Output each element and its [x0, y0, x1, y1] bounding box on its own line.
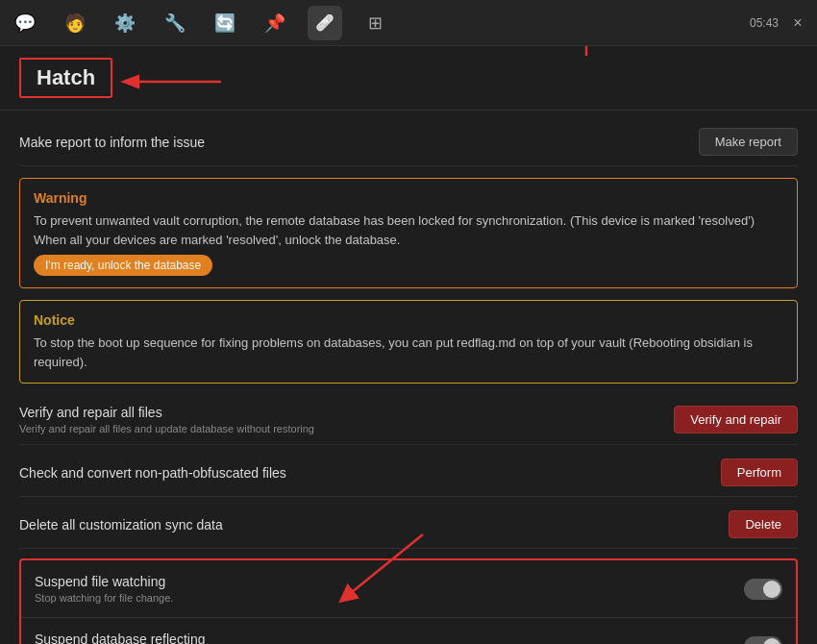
- make-report-button[interactable]: Make report: [699, 128, 798, 156]
- svg-line-2: [346, 534, 423, 597]
- tab-icons: 💬 🧑 ⚙️ 🔧 🔄 📌 🩹 ⊞: [8, 6, 750, 40]
- hatch-header: Hatch: [0, 46, 817, 111]
- arrow-to-suspend: [308, 530, 442, 607]
- suspend-watching-title: Suspend file watching: [35, 574, 173, 589]
- check-title: Check and convert non-path-obfuscated fi…: [19, 465, 286, 481]
- chat-icon[interactable]: 💬: [8, 6, 42, 40]
- top-bar: 💬 🧑 ⚙️ 🔧 🔄 📌 🩹 ⊞ 05:43 ×: [0, 0, 817, 46]
- sync-icon[interactable]: 🔄: [208, 6, 242, 40]
- hatch-title: Hatch: [19, 58, 112, 98]
- notice-box: Notice To stop the boot up sequence for …: [19, 300, 798, 384]
- suspend-reflecting-labels: Suspend database reflecting Stop reflect…: [35, 632, 266, 644]
- delete-button[interactable]: Delete: [729, 510, 798, 538]
- make-report-label: Make report to inform the issue: [19, 135, 205, 150]
- verify-button[interactable]: Verify and repair: [674, 406, 798, 433]
- check-row: Check and convert non-path-obfuscated fi…: [19, 445, 798, 497]
- verify-title: Verify and repair all files: [19, 405, 314, 420]
- warning-text: To prevent unwanted vault corruption, th…: [34, 211, 783, 276]
- user-icon[interactable]: 🧑: [58, 6, 92, 40]
- toggle-knob-reflecting: [763, 638, 780, 645]
- verify-sub: Verify and repair all files and update d…: [19, 423, 314, 434]
- notice-text: To stop the boot up sequence for fixing …: [34, 334, 783, 371]
- suspend-section: Suspend file watching Stop watching for …: [19, 558, 798, 644]
- panel-inner: Hatch: [0, 46, 817, 644]
- suspend-watching-toggle[interactable]: [744, 579, 782, 600]
- warning-box: Warning To prevent unwanted vault corrup…: [19, 178, 798, 288]
- time-display: 05:43: [750, 16, 779, 30]
- warning-title: Warning: [34, 190, 783, 206]
- suspend-reflecting-title: Suspend database reflecting: [35, 632, 266, 644]
- arrow-to-topbar-icon: [557, 46, 615, 61]
- notice-title: Notice: [34, 312, 783, 328]
- delete-title: Delete all customization sync data: [19, 517, 223, 533]
- toggle-knob-watching: [763, 581, 780, 598]
- perform-button[interactable]: Perform: [721, 458, 798, 486]
- close-button[interactable]: ×: [786, 12, 809, 35]
- main-panel: Hatch: [0, 46, 817, 644]
- suspend-watching-sub: Stop watching for file change.: [35, 592, 173, 604]
- gear-icon[interactable]: ⚙️: [108, 6, 142, 40]
- verify-labels: Verify and repair all files Verify and r…: [19, 405, 314, 434]
- suspend-watching-labels: Suspend file watching Stop watching for …: [35, 574, 173, 604]
- tools-icon[interactable]: 🔧: [158, 6, 192, 40]
- content-area: Make report to inform the issue Make rep…: [0, 111, 817, 644]
- pin-icon[interactable]: 📌: [258, 6, 292, 40]
- suspend-reflecting-toggle[interactable]: [744, 636, 782, 645]
- hatch-tab-icon[interactable]: 🩹: [308, 6, 342, 40]
- arrow-to-hatch: [115, 67, 231, 96]
- suspend-reflecting-row: Suspend database reflecting Stop reflect…: [21, 617, 796, 644]
- make-report-row: Make report to inform the issue Make rep…: [19, 111, 798, 166]
- verify-row: Verify and repair all files Verify and r…: [19, 391, 798, 445]
- unlock-database-button[interactable]: I'm ready, unlock the database: [34, 255, 212, 276]
- grid-icon[interactable]: ⊞: [358, 6, 392, 40]
